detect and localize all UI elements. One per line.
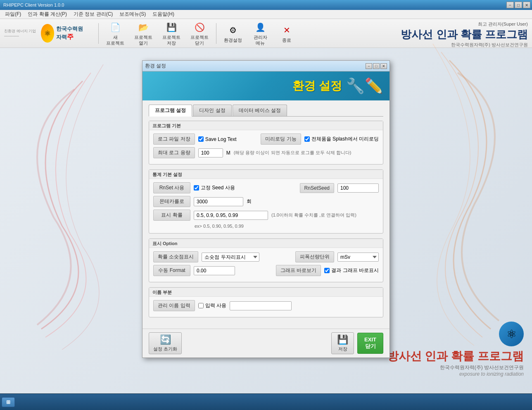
taskbar-start-button[interactable]: ⊞	[2, 397, 15, 407]
admin-name-input[interactable]	[230, 301, 292, 310]
admin-menu-label: 관리자메뉴	[254, 35, 267, 45]
rnset-checkbox-label: 고정 Seed 사용	[201, 184, 235, 191]
dialog-titlebar: 환경 설정 − □ ✕	[142, 61, 390, 72]
rnsetseed-input[interactable]	[337, 184, 379, 193]
open-project-label: 프로젝트열기	[134, 35, 152, 45]
tab-program[interactable]: 프로그램 설정	[149, 105, 192, 117]
preview-checkbox-item: 전체품을 Splash에서 미리로딩	[304, 136, 379, 143]
probability-input[interactable]	[194, 211, 268, 220]
menu-base[interactable]: 기준 정보 관리(C)	[70, 10, 116, 19]
app-area: 친환경 에너지 기업 ———— ⚛ 한국수력원자력주 📄 새프로젝트 📂 프로젝…	[0, 19, 532, 410]
menu-bar: 파일(F) 인과 확률 계산(P) 기준 정보 관리(C) 보조메뉴(S) 도움…	[0, 10, 532, 19]
probability-example: ex> 0.5, 0.90, 0.95, 0.99	[195, 224, 244, 229]
dialog-content: 프로그램 설정 디자인 설정 데이터 베이스 설정 프로그램 기본 로그 파일 …	[142, 100, 390, 329]
manual-format-input[interactable]	[194, 266, 235, 275]
log-file-checkbox[interactable]	[198, 136, 204, 142]
dose-unit-select[interactable]: mSv Sv mGy Gy	[337, 253, 379, 262]
tab-database[interactable]: 데이터 베이스 설정	[233, 105, 287, 116]
menu-support[interactable]: 보조메뉴(S)	[116, 10, 149, 19]
admin-menu-button[interactable]: 👤 관리자메뉴	[248, 19, 273, 47]
env-settings-button[interactable]: ⚙ 환경설정	[220, 22, 246, 45]
dialog-minimize-button[interactable]: −	[366, 63, 372, 69]
max-log-unit: M	[226, 150, 230, 156]
program-basics-section: 프로그램 기본 로그 파일 저장 Save Log Text 미리로딩 기능	[149, 121, 383, 164]
bg-english: exposure to ionizing radiation	[387, 371, 524, 377]
separator-2	[216, 23, 216, 44]
menu-help[interactable]: 도움말(H)	[149, 10, 178, 19]
graph-checkbox[interactable]	[324, 268, 330, 273]
manual-format-row: 수동 Format 그래프 바로보기 결과 그래프 바로표시	[153, 265, 379, 276]
close-project-button[interactable]: 🚫 프로젝트닫기	[186, 19, 213, 47]
tab-design[interactable]: 디자인 설정	[193, 105, 231, 116]
max-log-row: 최대 로그 용량 M (해당 용량 이상이 되면 자동으로 로그를 모두 삭제 …	[153, 147, 379, 158]
name-section: 이름 부분 관리 이름 입력 입력 사용	[149, 287, 383, 317]
footer-right: 💾 저장 EXIT 닫기	[331, 332, 383, 354]
close-button[interactable]: ✕	[523, 2, 530, 8]
settings-dialog: 환경 설정 − □ ✕ 환경 설정 🔧✏️ 프로그램 설정 디자인 설정 데이터…	[142, 60, 390, 358]
prob-decimal-row: 확률 소숫점표시 소숫점 두자리표시 소숫점 세자리표시 소숫점 네자리표시 피…	[153, 251, 379, 262]
preview-label: 미리로딩 기능	[261, 133, 301, 145]
preview-checkbox[interactable]	[304, 136, 310, 142]
dialog-header-title: 환경 설정	[292, 78, 342, 94]
probability-row: 표시 확률 (1.0이하의 확률 수치를 ,로 연결하여 입력)	[153, 210, 379, 221]
max-log-hint: (해당 용량 이상이 되면 자동으로 로그를 모두 삭제 합니다)	[234, 150, 352, 156]
preview-checkbox-label: 전체품을 Splash에서 미리로딩	[311, 136, 379, 143]
tools-icon: 🔧✏️	[346, 77, 383, 95]
exit-button-text: EXIT	[364, 336, 376, 343]
log-file-checkbox-label: Save Log Text	[205, 136, 237, 142]
footer-left: 🔄 설정 초기화	[149, 332, 182, 354]
probability-hint: (1.0이하의 확률 수치를 ,로 연결하여 입력)	[271, 212, 356, 218]
new-project-button[interactable]: 📄 새프로젝트	[102, 19, 128, 47]
admin-name-checkbox[interactable]	[198, 303, 204, 308]
rnset-checkbox[interactable]	[194, 185, 199, 191]
logo-area: 친환경 에너지 기업 ———— ⚛ 한국수력원자력주	[4, 24, 87, 43]
manual-format-label: 수동 Format	[153, 265, 190, 276]
dialog-title: 환경 설정	[145, 62, 166, 69]
close-dialog-button[interactable]: EXIT 닫기	[357, 333, 383, 354]
reset-button[interactable]: 🔄 설정 초기화	[149, 332, 182, 354]
company-name: 한국수력원자력주	[56, 26, 87, 41]
save-project-icon: 💾	[165, 21, 178, 34]
dialog-header: 환경 설정 🔧✏️	[142, 72, 390, 100]
tab-bar: 프로그램 설정 디자인 설정 데이터 베이스 설정	[149, 105, 383, 117]
bg-content: ⚛ 방사선 인과 확률 프로그램 한국수력원자력(주) 방사선보건연구원 exp…	[387, 322, 524, 377]
reset-label: 설정 초기화	[153, 346, 177, 352]
display-options-section: 표시 Option 확률 소숫점표시 소숫점 두자리표시 소숫점 세자리표시 소…	[149, 238, 383, 282]
company-logo: ⚛	[41, 24, 54, 43]
close-project-label: 프로젝트닫기	[190, 35, 209, 45]
prob-decimal-label: 확률 소숫점표시	[153, 251, 198, 262]
env-settings-icon: ⚙	[226, 24, 240, 37]
dialog-footer: 🔄 설정 초기화 💾 저장 EXIT 닫기	[142, 329, 390, 358]
menu-file[interactable]: 파일(F)	[2, 10, 24, 19]
max-log-input[interactable]	[198, 148, 223, 157]
log-file-label: 로그 파일 저장	[153, 133, 195, 145]
name-section-title: 이름 부분	[149, 288, 383, 297]
graph-checkbox-label: 결과 그래프 바로표시	[331, 267, 379, 274]
save-label: 저장	[338, 346, 347, 352]
graph-label: 그래프 바로보기	[276, 265, 321, 276]
stats-section: 통계 기본 설정 RnSet 사용 고정 Seed 사용 RnSetSeed	[149, 169, 383, 234]
admin-name-row: 관리 이름 입력 입력 사용	[153, 300, 379, 311]
display-options-body: 확률 소숫점표시 소숫점 두자리표시 소숫점 세자리표시 소숫점 네자리표시 피…	[149, 248, 383, 282]
dialog-close-button[interactable]: ✕	[380, 63, 387, 69]
bg-logo: ⚛	[499, 322, 524, 346]
montecarlo-input[interactable]	[194, 197, 243, 206]
dialog-maximize-button[interactable]: □	[373, 63, 380, 69]
admin-name-checkbox-item: 입력 사용	[198, 302, 226, 309]
log-file-row: 로그 파일 저장 Save Log Text 미리로딩 기능 전체품을 Spla…	[153, 133, 379, 145]
rnset-label: RnSet 사용	[153, 182, 190, 193]
exit-icon: ✕	[280, 24, 293, 37]
title-bar: RHIPEPC Client Version 1.0.0 − □ ✕	[0, 0, 532, 10]
name-section-body: 관리 이름 입력 입력 사용	[149, 297, 383, 317]
close-label: 닫기	[365, 343, 376, 349]
rnset-checkbox-item: 고정 Seed 사용	[194, 184, 235, 191]
minimize-button[interactable]: −	[506, 2, 514, 8]
exit-toolbar-button[interactable]: ✕ 종료	[274, 22, 299, 45]
menu-calc[interactable]: 인과 확률 계산(P)	[24, 10, 70, 19]
save-project-button[interactable]: 💾 프로젝트저장	[158, 19, 185, 47]
user-info: 최고 관리자(Super User)	[401, 21, 528, 27]
open-project-button[interactable]: 📂 프로젝트열기	[130, 19, 157, 47]
prob-decimal-select[interactable]: 소숫점 두자리표시 소숫점 세자리표시 소숫점 네자리표시	[202, 253, 259, 262]
save-button[interactable]: 💾 저장	[331, 332, 354, 354]
maximize-button[interactable]: □	[515, 2, 522, 8]
